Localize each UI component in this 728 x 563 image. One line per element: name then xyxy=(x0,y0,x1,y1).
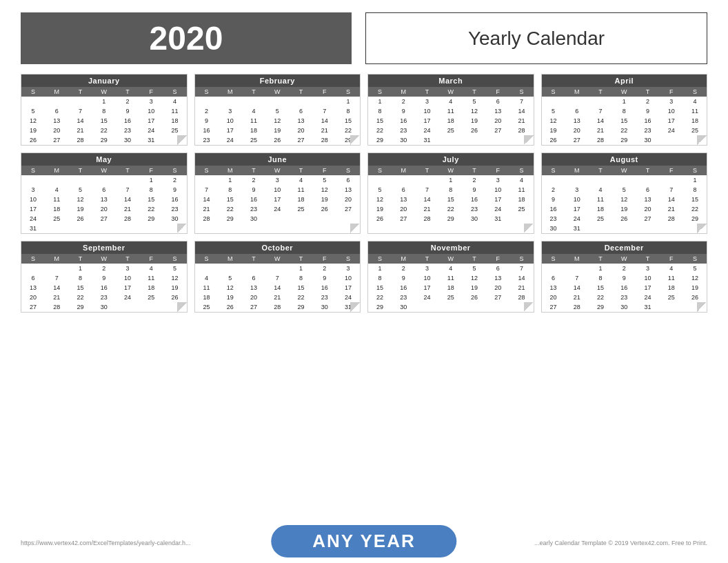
day-cell: 10 xyxy=(219,116,242,126)
day-cell: 19 xyxy=(368,204,392,214)
month-name: June xyxy=(195,153,361,166)
dow-label: S xyxy=(542,254,565,264)
day-cell: 17 xyxy=(116,283,139,293)
day-cell: 22 xyxy=(683,204,707,214)
day-cell: 0 xyxy=(589,97,612,106)
day-cell: 5 xyxy=(463,97,486,106)
day-cell: 0 xyxy=(683,224,707,233)
day-cell: 26 xyxy=(21,135,45,145)
day-cell: 22 xyxy=(589,293,612,302)
dow-row: SMTWTFS xyxy=(368,166,534,175)
day-cell: 0 xyxy=(660,135,683,145)
day-cell: 19 xyxy=(683,283,707,293)
day-cell: 21 xyxy=(509,116,533,126)
day-cell: 0 xyxy=(139,224,163,233)
day-cell: 3 xyxy=(139,97,163,106)
day-cell: 6 xyxy=(392,185,415,195)
dow-label: M xyxy=(565,254,589,264)
day-cell: 0 xyxy=(589,175,612,185)
day-cell: 21 xyxy=(116,204,139,214)
month-name: December xyxy=(542,241,707,254)
day-cell: 25 xyxy=(195,302,219,312)
day-cell: 0 xyxy=(589,224,612,233)
day-cell: 26 xyxy=(542,135,565,145)
day-cell: 0 xyxy=(92,224,116,233)
day-cell: 7 xyxy=(195,185,219,195)
day-cell: 28 xyxy=(589,135,612,145)
day-cell: 17 xyxy=(21,204,45,214)
day-cell: 18 xyxy=(439,283,463,293)
day-cell: 6 xyxy=(486,97,509,106)
day-cell: 0 xyxy=(289,97,312,106)
day-cell: 19 xyxy=(542,126,565,135)
day-cell: 20 xyxy=(336,195,360,204)
day-cell: 9 xyxy=(392,106,415,116)
dow-label: T xyxy=(463,87,486,97)
day-cell: 16 xyxy=(92,283,116,293)
day-cell: 30 xyxy=(463,214,486,224)
month-block-february: FebruarySMTWTFS0000001234567891011121314… xyxy=(194,74,361,146)
day-cell: 16 xyxy=(636,116,659,126)
day-cell: 28 xyxy=(415,214,438,224)
day-cell: 0 xyxy=(139,302,163,312)
day-cell: 0 xyxy=(219,97,242,106)
day-cell: 14 xyxy=(45,283,68,293)
day-cell: 12 xyxy=(463,106,486,116)
dow-label: T xyxy=(242,87,265,97)
day-cell: 0 xyxy=(195,97,219,106)
day-cell: 0 xyxy=(542,97,565,106)
day-cell: 16 xyxy=(195,126,219,135)
day-cell: 29 xyxy=(589,302,612,312)
day-cell: 17 xyxy=(336,283,360,293)
day-cell: 25 xyxy=(439,126,463,135)
dow-label: S xyxy=(195,254,219,264)
day-cell: 18 xyxy=(163,116,186,126)
dow-label: S xyxy=(336,166,360,175)
day-cell: 17 xyxy=(265,195,289,204)
day-cell: 30 xyxy=(636,135,659,145)
day-cell: 0 xyxy=(45,224,68,233)
day-cell: 1 xyxy=(139,175,163,185)
day-cell: 29 xyxy=(139,214,163,224)
day-cell: 5 xyxy=(683,264,707,273)
dow-label: S xyxy=(21,87,45,97)
day-cell: 12 xyxy=(612,195,636,204)
day-cell: 24 xyxy=(116,293,139,302)
dow-row: SMTWTFS xyxy=(368,87,534,97)
day-cell: 20 xyxy=(542,293,565,302)
day-cell: 8 xyxy=(289,273,312,283)
day-cell: 17 xyxy=(636,283,659,293)
day-cell: 0 xyxy=(21,97,45,106)
day-cell: 0 xyxy=(45,175,68,185)
day-cell: 22 xyxy=(368,293,392,302)
days-grid: 0000123456789101112131415161718192021222… xyxy=(195,264,361,312)
day-cell: 23 xyxy=(313,293,336,302)
day-cell: 17 xyxy=(660,116,683,126)
month-block-october: OctoberSMTWTFS00001234567891011121314151… xyxy=(194,241,361,313)
day-cell: 0 xyxy=(92,175,116,185)
day-cell: 13 xyxy=(92,195,116,204)
day-cell: 20 xyxy=(21,293,45,302)
month-block-may: MaySMTWTFS000001234567891011121314151617… xyxy=(21,152,188,234)
month-block-december: DecemberSMTWTFS0012345678910111213141516… xyxy=(541,241,708,313)
day-cell: 14 xyxy=(565,283,589,293)
day-cell: 29 xyxy=(439,214,463,224)
day-cell: 23 xyxy=(636,126,659,135)
month-name: November xyxy=(368,241,534,254)
day-cell: 27 xyxy=(542,302,565,312)
day-cell: 25 xyxy=(683,126,707,135)
day-cell: 0 xyxy=(486,302,509,312)
day-cell: 2 xyxy=(313,264,336,273)
dow-row: SMTWTFS xyxy=(368,254,534,264)
day-cell: 0 xyxy=(68,224,92,233)
day-cell: 30 xyxy=(313,302,336,312)
day-cell: 0 xyxy=(68,97,92,106)
day-cell: 23 xyxy=(392,126,415,135)
month-block-september: SeptemberSMTWTFS001234567891011121314151… xyxy=(21,241,188,313)
day-cell: 0 xyxy=(265,97,289,106)
day-cell: 0 xyxy=(116,302,139,312)
day-cell: 13 xyxy=(636,195,659,204)
months-grid: JanuarySMTWTFS00012345678910111213141516… xyxy=(21,74,707,313)
day-cell: 30 xyxy=(163,214,186,224)
dow-label: T xyxy=(589,254,612,264)
